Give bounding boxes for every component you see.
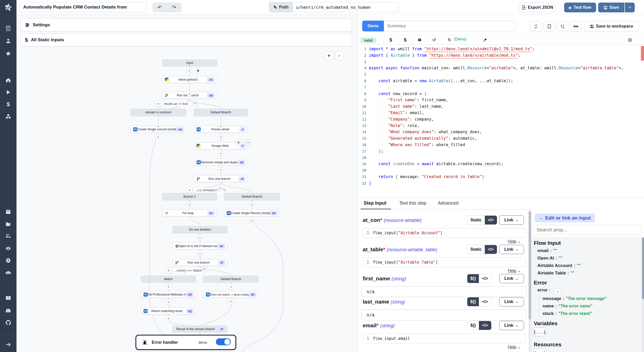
- delete-node-button[interactable]: ×: [245, 139, 251, 146]
- sidebar-item-settings[interactable]: [0, 256, 16, 265]
- at_table-mode-toggle[interactable]: Static</>: [467, 245, 497, 254]
- tab-advanced[interactable]: Advanced: [438, 200, 459, 206]
- trigger-lightning-button[interactable]: [195, 68, 201, 73]
- flow-branch-default-3[interactable]: Default Branch: [203, 276, 259, 282]
- format-brush-icon[interactable]: [481, 36, 489, 44]
- flow-node-run-one-branch-al[interactable]: Run one branchal: [194, 175, 248, 182]
- fullscreen-button[interactable]: [544, 21, 555, 31]
- last_name-link-button[interactable]: Link →: [499, 297, 524, 306]
- variables-object-chip[interactable]: {...}: [533, 328, 546, 336]
- code-editor[interactable]: 1import * as wmill from "https://deno.la…: [358, 45, 644, 197]
- at_table-expression[interactable]: 1flow_input["Airtable Table"]: [363, 257, 526, 267]
- remove-branch-button[interactable]: ×: [186, 187, 192, 193]
- flow-node-for-loop[interactable]: For loopac: [162, 209, 217, 216]
- prop-row-error-message[interactable]: message:"The error message": [543, 296, 607, 301]
- export-json-button[interactable]: Export JSON: [520, 3, 555, 12]
- flow-node-result-chosen-branch[interactable]: Result of the chosen branchaf: [173, 326, 227, 332]
- add-step-button[interactable]: +: [228, 298, 234, 304]
- edit-or-link-input-button[interactable]: ← Edit or link an input: [535, 214, 595, 222]
- prop-row-airtable-account[interactable]: Airtable Account:"": [537, 263, 581, 268]
- prop-row-error-name[interactable]: name:"The error name": [543, 304, 592, 309]
- at_table-help-link[interactable]: Help ⌄: [508, 268, 521, 273]
- add-step-button[interactable]: +: [166, 316, 171, 321]
- add-step-button[interactable]: +: [228, 284, 234, 290]
- assistant-call-button[interactable]: [557, 21, 568, 31]
- flow-node-do-one-iteration[interactable]: Do one iteration: [173, 226, 227, 233]
- path-button[interactable]: ✎ Path: [269, 2, 293, 12]
- dollar-icon-2[interactable]: $: [401, 36, 409, 44]
- sidebar-item-apps[interactable]: [0, 24, 16, 33]
- editor-settings-eye-icon[interactable]: [626, 36, 634, 44]
- at_con-help-link[interactable]: Help ⌄: [508, 239, 521, 244]
- flow-node-kill-professional-websites[interactable]: TSKill Professional Websites mentionsad: [141, 291, 196, 298]
- flow-branch-domain-is-common[interactable]: domain is common: [131, 109, 186, 116]
- first_name-input[interactable]: [361, 287, 526, 297]
- reset-icon[interactable]: ↺: [430, 36, 438, 44]
- prop-row-error[interactable]: error:-: [537, 288, 561, 295]
- prop-row-open-ai[interactable]: Open AI:"": [537, 256, 562, 261]
- prop-row-error-stack[interactable]: stack:"The error stack": [543, 311, 592, 316]
- language-badge[interactable]: Deno: [362, 21, 384, 31]
- toggle-template[interactable]: ${}: [467, 297, 479, 306]
- add-step-button[interactable]: +: [187, 202, 192, 208]
- toggle-code-icon[interactable]: </>: [479, 297, 491, 306]
- toggle-static[interactable]: Static: [467, 245, 485, 254]
- add-step-button[interactable]: +: [218, 150, 224, 156]
- save-button[interactable]: Save: [598, 3, 624, 12]
- add-step-button[interactable]: +: [218, 167, 224, 173]
- toggle-code-icon[interactable]: </>: [479, 321, 491, 330]
- sidebar-item-folders[interactable]: [0, 220, 16, 229]
- add-step-button[interactable]: +: [218, 134, 224, 140]
- remove-branch-button[interactable]: ×: [165, 267, 172, 274]
- email-mode-toggle[interactable]: ${}</>: [467, 321, 492, 330]
- email-expression[interactable]: 1flow_input.email: [363, 334, 526, 343]
- last_name-mode-toggle[interactable]: ${}</>: [467, 297, 492, 306]
- sidebar-item-variables[interactable]: $: [0, 100, 16, 109]
- flow-node-removes-empty-duplicates[interactable]: TSRemoves empty and duplicatesak: [194, 159, 248, 166]
- add-branch-button[interactable]: [192, 101, 198, 106]
- flow-settings-button[interactable]: Settings: [21, 19, 352, 31]
- zoom-in-button[interactable]: +: [325, 51, 333, 60]
- sidebar-item-docs[interactable]: [0, 294, 16, 303]
- flow-node-does-not-match[interactable]: TSDoes not match -> gives empty valueah: [203, 291, 259, 298]
- flow-branch-default-1[interactable]: Default Branch: [194, 109, 248, 116]
- sidebar-item-github[interactable]: [0, 318, 16, 327]
- at_table-link-button[interactable]: Link →: [499, 245, 524, 254]
- add-branch-button[interactable]: [217, 186, 223, 192]
- at_con-mode-toggle[interactable]: Static</>: [467, 215, 497, 225]
- add-step-button[interactable]: +: [197, 251, 203, 257]
- add-step-button[interactable]: +: [166, 284, 171, 290]
- step-panel-scrollbar[interactable]: [529, 210, 531, 352]
- package-icon[interactable]: [416, 36, 423, 44]
- sidebar-item-runs[interactable]: [0, 88, 16, 97]
- toggle-static[interactable]: Static: [467, 216, 485, 224]
- inspector-scrollbar[interactable]: [642, 237, 644, 352]
- flow-node-run-one-branch-af[interactable]: Run one branchaf: [173, 259, 227, 266]
- swap-editor-button[interactable]: [530, 21, 541, 31]
- flow-branch-default-2[interactable]: Default Branch: [224, 193, 280, 200]
- branch-condition-label[interactable]: ...t.trim() === 'Match': [173, 269, 204, 273]
- add-step-button[interactable]: +: [155, 134, 161, 140]
- toggle-code-icon[interactable]: </>: [479, 274, 491, 283]
- sidebar-item-audit[interactable]: [0, 244, 16, 253]
- flow-node-input[interactable]: Input: [162, 60, 217, 66]
- last_name-input[interactable]: [361, 310, 526, 320]
- add-step-button[interactable]: +: [155, 123, 161, 129]
- redo-button[interactable]: ↷: [167, 3, 181, 12]
- add-step-button[interactable]: +: [249, 202, 255, 208]
- sidebar-item-favorites[interactable]: [0, 49, 16, 58]
- at_con-expression[interactable]: 1flow_input["Airtable Account"]: [363, 228, 526, 238]
- toggle-code-icon[interactable]: </>: [485, 245, 497, 254]
- sidebar-item-workers[interactable]: [0, 268, 16, 277]
- sidebar-item-discord[interactable]: [0, 306, 16, 315]
- sidebar-expand-button[interactable]: [0, 340, 16, 349]
- sleep-button[interactable]: [570, 21, 582, 31]
- windmill-logo[interactable]: [0, 0, 16, 15]
- error-handler-node[interactable]: Error handler deno: [135, 335, 236, 350]
- save-dropdown-button[interactable]: [625, 3, 635, 12]
- sidebar-item-home[interactable]: [0, 76, 16, 85]
- add-step-button[interactable]: +: [218, 123, 224, 129]
- remove-branch-button[interactable]: ×: [155, 101, 161, 107]
- first_name-link-button[interactable]: Link →: [499, 274, 524, 283]
- flow-node-openai-relevant[interactable]: Open AI to tell if relevant resultae: [173, 242, 227, 249]
